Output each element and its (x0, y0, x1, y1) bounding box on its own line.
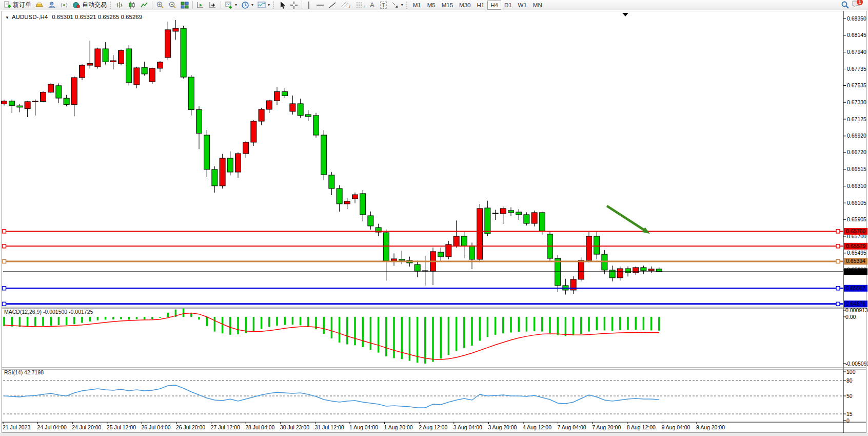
arrows-tool-icon (391, 1, 399, 9)
search-button[interactable] (839, 1, 852, 10)
candle-body (453, 236, 459, 246)
candle-body (134, 68, 140, 85)
cursor-button[interactable] (277, 1, 288, 10)
toolbar-grip (273, 2, 275, 9)
auto-trading-button[interactable]: 自动交易 (70, 1, 109, 10)
timeframe-MN[interactable]: MN (530, 1, 545, 10)
svg-text:0.67125: 0.67125 (847, 116, 866, 122)
chevron-down-icon: ▾ (268, 3, 270, 7)
svg-text:8 Aug 12:00: 8 Aug 12:00 (627, 424, 656, 430)
zoom-in-button[interactable] (154, 1, 166, 10)
macd-values: -0.001500 -0.001725 (43, 309, 93, 315)
new-order-icon (4, 1, 11, 9)
profile-button[interactable] (46, 1, 58, 10)
sell-arrow-object[interactable] (607, 206, 650, 234)
candle-body (656, 269, 662, 272)
candle-body (9, 101, 15, 105)
cursor-icon (279, 1, 286, 9)
auto-scroll-button[interactable] (194, 1, 207, 10)
candle-body (368, 216, 373, 226)
candle-body (617, 269, 623, 278)
horizontal-line-object[interactable] (3, 302, 844, 306)
horizontal-line-object[interactable] (3, 287, 844, 290)
chart-shift-button[interactable] (207, 1, 219, 10)
tile-windows-button[interactable] (179, 1, 191, 10)
candle-body (87, 64, 93, 65)
svg-text:30 Jul 23:00: 30 Jul 23:00 (280, 424, 309, 430)
chart-canvas[interactable]: 0.683500.681450.679400.677350.675350.673… (0, 10, 868, 436)
svg-text:24 Jul 04:00: 24 Jul 04:00 (37, 424, 67, 430)
equidistant-channel-button[interactable]: E (339, 1, 353, 10)
svg-text:0.66920: 0.66920 (847, 132, 866, 139)
arrows-tool-button[interactable]: ▾ (389, 1, 405, 10)
candle-body (266, 101, 272, 109)
trendline-button[interactable] (326, 1, 339, 10)
svg-text:3 Aug 04:00: 3 Aug 04:00 (453, 424, 482, 430)
macd-name: MACD(12,26,9) (4, 309, 42, 315)
person-icon (48, 1, 56, 9)
macd-label: MACD(12,26,9) -0.001500 -0.001725 (4, 309, 93, 315)
vertical-line-button[interactable] (304, 1, 314, 10)
line-chart-button[interactable] (138, 1, 150, 10)
candle-body (282, 91, 288, 96)
timeframe-M15[interactable]: M15 (439, 1, 456, 10)
svg-text:7 Aug 04:00: 7 Aug 04:00 (558, 424, 586, 430)
horizontal-line-object[interactable] (3, 259, 844, 263)
candle-body (204, 135, 210, 169)
timeframe-H4[interactable]: H4 (487, 1, 501, 10)
bar-chart-icon (115, 1, 124, 9)
fibonacci-button[interactable]: F (353, 1, 368, 10)
timeframe-M30[interactable]: M30 (456, 1, 474, 10)
candle-body (477, 208, 483, 259)
candlestick-chart-button[interactable] (126, 1, 138, 10)
timeframe-D1[interactable]: D1 (501, 1, 515, 10)
candle-body (485, 208, 490, 234)
candle-body (17, 106, 23, 107)
candle-body (500, 208, 506, 214)
notifications-button[interactable]: 1 (852, 0, 861, 10)
svg-text:21 Jul 2023: 21 Jul 2023 (3, 424, 30, 430)
candle-body (344, 201, 350, 204)
svg-text:0.66105: 0.66105 (847, 200, 866, 206)
svg-text:3 Aug 20:00: 3 Aug 20:00 (488, 424, 517, 430)
symbol-dropdown-icon[interactable]: ▼ (5, 15, 9, 20)
candle-body (157, 62, 163, 68)
period-button[interactable]: ▾ (239, 1, 255, 10)
svg-text:4 Aug 12:00: 4 Aug 12:00 (523, 424, 551, 430)
candle-body (648, 269, 654, 271)
candle-body (586, 236, 592, 260)
timeframe-M1[interactable]: M1 (410, 1, 424, 10)
candle-body (259, 109, 264, 121)
label-tool-button[interactable]: T (378, 1, 389, 10)
timeframe-M5[interactable]: M5 (424, 1, 439, 10)
horizontal-line-object[interactable] (3, 230, 844, 233)
new-order-button[interactable]: 新订单 (2, 1, 33, 10)
market-watch-button[interactable] (33, 1, 46, 10)
template-button[interactable]: ▾ (255, 1, 272, 10)
chart-shift-marker[interactable] (622, 13, 628, 16)
candle-body (251, 121, 257, 142)
svg-text:26 Jul 04:00: 26 Jul 04:00 (141, 424, 170, 430)
timeframe-W1[interactable]: W1 (515, 1, 530, 10)
candle-body (25, 102, 30, 109)
svg-text:0.67735: 0.67735 (847, 66, 866, 72)
price-badge: 0.65394 (844, 258, 867, 264)
bar-chart-button[interactable] (113, 1, 126, 10)
timeframe-group: M1M5M15M30H1H4D1W1MN (410, 1, 545, 10)
candle-body (290, 104, 295, 111)
candle-body (119, 50, 124, 64)
text-tool-button[interactable]: A (368, 1, 378, 10)
chart-window: 0.683500.681450.679400.677350.675350.673… (0, 10, 868, 433)
candle-body (321, 135, 327, 175)
candle-body (555, 258, 561, 286)
signal-button[interactable] (58, 1, 70, 10)
new-chart-button[interactable]: ▾ (223, 1, 239, 10)
timeframe-H1[interactable]: H1 (474, 1, 487, 10)
candle-body (64, 98, 69, 104)
zoom-out-button[interactable] (166, 1, 179, 10)
horizontal-line-button[interactable] (314, 1, 326, 10)
crosshair-button[interactable] (288, 1, 300, 10)
candle-body (188, 77, 194, 110)
horizontal-line-object[interactable] (3, 244, 844, 248)
candle-body (181, 28, 186, 77)
